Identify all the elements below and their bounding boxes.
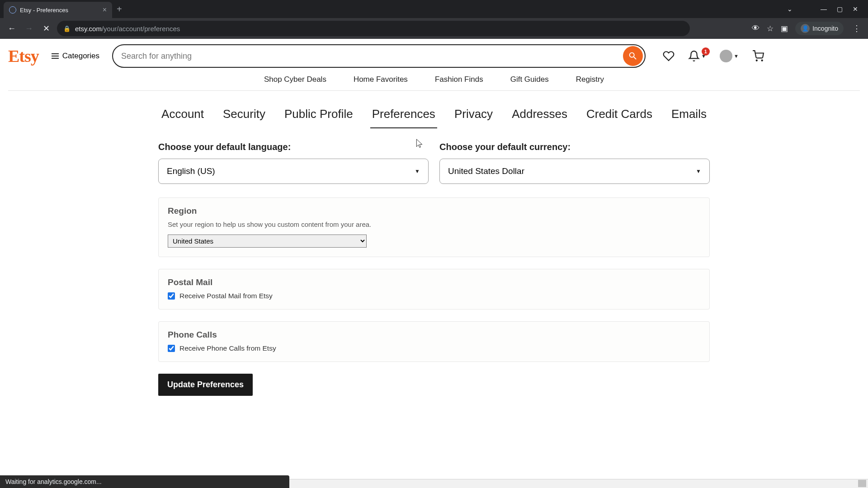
- phone-calls-title: Phone Calls: [168, 330, 700, 340]
- chevron-down-icon: ▼: [415, 168, 420, 174]
- phone-calls-checkbox[interactable]: [168, 345, 175, 352]
- favorites-button[interactable]: [663, 50, 675, 62]
- window-controls: ⌄ — ▢ ✕: [787, 5, 864, 13]
- postal-mail-label: Receive Postal Mail from Etsy: [179, 292, 273, 300]
- site-header: Etsy Categories 1 ▼ ▼: [0, 39, 868, 91]
- svg-point-0: [756, 60, 757, 61]
- svg-point-1: [761, 60, 762, 61]
- notifications-button[interactable]: 1 ▼: [688, 50, 706, 62]
- minimize-button[interactable]: —: [821, 5, 827, 13]
- tab-preferences[interactable]: Preferences: [370, 104, 437, 128]
- tab-emails[interactable]: Emails: [670, 104, 708, 128]
- categories-label: Categories: [62, 52, 99, 61]
- tab-account[interactable]: Account: [160, 104, 206, 128]
- address-bar: ← → ✕ 🔒 etsy.com/your/account/preference…: [0, 18, 868, 39]
- search-input[interactable]: [121, 52, 623, 61]
- region-title: Region: [168, 206, 700, 216]
- main-content: AccountSecurityPublic ProfilePreferences…: [131, 91, 737, 396]
- postal-mail-title: Postal Mail: [168, 277, 700, 287]
- incognito-label: Incognito: [812, 25, 838, 32]
- promo-link[interactable]: Fashion Finds: [435, 75, 483, 84]
- region-description: Set your region to help us show you cust…: [168, 221, 700, 228]
- phone-calls-section: Phone Calls Receive Phone Calls from Ets…: [158, 321, 710, 362]
- new-tab-button[interactable]: +: [112, 4, 127, 14]
- postal-mail-checkbox-row[interactable]: Receive Postal Mail from Etsy: [168, 292, 700, 300]
- scrollbar-thumb[interactable]: [858, 480, 866, 487]
- close-window-button[interactable]: ✕: [853, 5, 858, 13]
- cart-button[interactable]: [752, 50, 764, 62]
- close-tab-icon[interactable]: ×: [103, 6, 107, 14]
- url-path: /your/account/preferences: [102, 25, 180, 33]
- region-select[interactable]: United States: [168, 235, 367, 248]
- chevron-down-icon: ▼: [734, 53, 739, 59]
- avatar-icon: [720, 50, 732, 62]
- status-bar: Waiting for analytics.google.com...: [0, 475, 289, 488]
- search-button[interactable]: [623, 46, 643, 66]
- postal-mail-section: Postal Mail Receive Postal Mail from Ets…: [158, 269, 710, 310]
- etsy-logo[interactable]: Etsy: [8, 46, 39, 66]
- tab-security[interactable]: Security: [221, 104, 267, 128]
- currency-label: Choose your default currency:: [439, 142, 710, 152]
- browser-tab[interactable]: Etsy - Preferences ×: [4, 2, 112, 18]
- tab-credit-cards[interactable]: Credit Cards: [585, 104, 654, 128]
- favicon-icon: [9, 6, 16, 14]
- url-domain: etsy.com: [75, 25, 102, 33]
- hamburger-icon: [52, 53, 59, 59]
- postal-mail-checkbox[interactable]: [168, 292, 175, 300]
- region-section: Region Set your region to help us show y…: [158, 197, 710, 257]
- browser-menu-button[interactable]: ⋮: [851, 23, 863, 33]
- language-select[interactable]: English (US) ▼: [158, 159, 429, 184]
- notification-badge: 1: [702, 47, 710, 56]
- horizontal-scrollbar[interactable]: [289, 479, 868, 488]
- categories-button[interactable]: Categories: [47, 48, 104, 64]
- eye-blocked-icon[interactable]: 👁: [752, 24, 760, 33]
- lock-icon: 🔒: [63, 25, 71, 32]
- tab-public-profile[interactable]: Public Profile: [283, 104, 355, 128]
- tab-title: Etsy - Preferences: [20, 7, 68, 14]
- phone-calls-label: Receive Phone Calls from Etsy: [179, 344, 276, 352]
- currency-value: United States Dollar: [448, 166, 524, 176]
- url-input[interactable]: 🔒 etsy.com/your/account/preferences: [57, 21, 690, 36]
- phone-calls-checkbox-row[interactable]: Receive Phone Calls from Etsy: [168, 344, 700, 352]
- search-icon: [628, 51, 638, 61]
- forward-button[interactable]: →: [23, 22, 35, 35]
- search-bar: [112, 44, 646, 68]
- language-value: English (US): [167, 166, 215, 176]
- promo-nav: Shop Cyber Deals Home Favorites Fashion …: [8, 68, 860, 91]
- bookmark-star-icon[interactable]: ☆: [767, 24, 774, 33]
- tab-bar: Etsy - Preferences × + ⌄ — ▢ ✕: [0, 0, 868, 18]
- maximize-button[interactable]: ▢: [837, 5, 843, 13]
- language-label: Choose your default language:: [158, 142, 429, 152]
- update-preferences-button[interactable]: Update Preferences: [158, 374, 253, 396]
- promo-link[interactable]: Registry: [576, 75, 604, 84]
- promo-link[interactable]: Shop Cyber Deals: [264, 75, 326, 84]
- tabs-dropdown-icon[interactable]: ⌄: [787, 5, 793, 13]
- browser-chrome: Etsy - Preferences × + ⌄ — ▢ ✕ ← → ✕ 🔒 e…: [0, 0, 868, 39]
- tab-addresses[interactable]: Addresses: [510, 104, 569, 128]
- cart-icon: [752, 50, 764, 62]
- chevron-down-icon: ▼: [696, 168, 701, 174]
- settings-tabs: AccountSecurityPublic ProfilePreferences…: [158, 104, 710, 128]
- incognito-badge[interactable]: 👤 Incognito: [795, 22, 844, 35]
- heart-icon: [663, 50, 675, 62]
- promo-link[interactable]: Home Favorites: [354, 75, 408, 84]
- account-button[interactable]: ▼: [720, 50, 739, 62]
- bell-icon: [688, 50, 700, 62]
- back-button[interactable]: ←: [5, 22, 18, 35]
- incognito-icon: 👤: [801, 24, 810, 33]
- currency-select[interactable]: United States Dollar ▼: [439, 159, 710, 184]
- install-app-icon[interactable]: ▣: [781, 24, 788, 33]
- tab-privacy[interactable]: Privacy: [453, 104, 495, 128]
- promo-link[interactable]: Gift Guides: [510, 75, 549, 84]
- stop-reload-button[interactable]: ✕: [40, 22, 52, 35]
